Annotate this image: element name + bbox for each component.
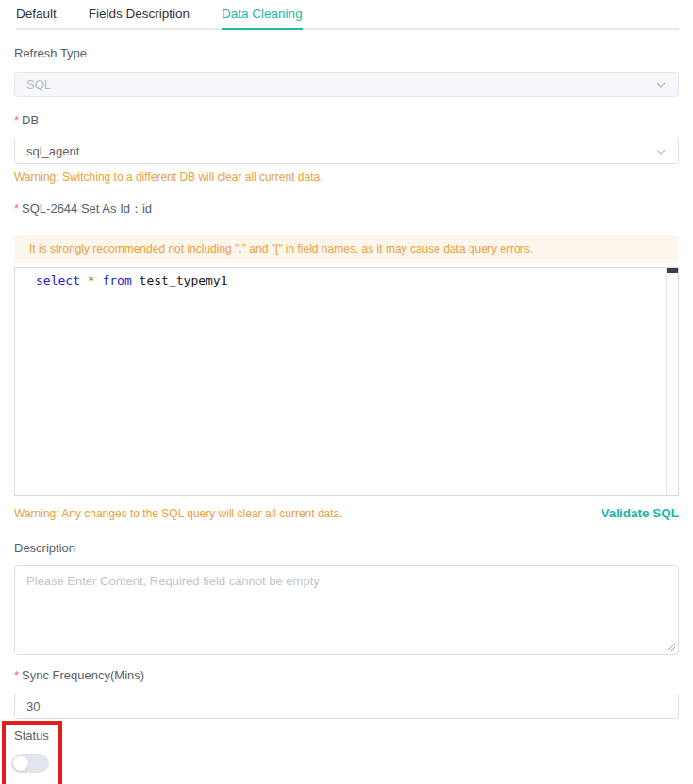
sql-footer: Warning: Any changes to the SQL query wi… xyxy=(14,506,679,520)
sql-token-keyword: from xyxy=(102,273,139,287)
tab-fields-description[interactable]: Fields Description xyxy=(89,7,190,28)
db-value: sql_agent xyxy=(26,144,655,158)
sql-editor[interactable]: select * from test_typemy1 xyxy=(14,267,679,496)
chevron-down-icon xyxy=(655,146,667,157)
sync-frequency-input[interactable] xyxy=(14,694,679,719)
tab-data-cleaning[interactable]: Data Cleaning xyxy=(222,7,303,28)
sql-warning-text: Warning: Any changes to the SQL query wi… xyxy=(14,507,343,520)
sql-alert-text: It is strongly recommended not including… xyxy=(29,242,533,255)
refresh-type-value: SQL xyxy=(26,77,655,91)
db-select[interactable]: sql_agent xyxy=(14,139,679,164)
chevron-down-icon xyxy=(655,79,667,90)
description-textarea[interactable] xyxy=(14,565,679,655)
tab-bar: Default Fields Description Data Cleaning xyxy=(16,0,679,30)
editor-scrollbar[interactable] xyxy=(666,268,678,495)
sql-code-line[interactable]: select * from test_typemy1 xyxy=(15,268,678,289)
sql-alert-banner: It is strongly recommended not including… xyxy=(14,235,679,263)
required-asterisk: * xyxy=(14,202,19,216)
validate-sql-button[interactable]: Validate SQL xyxy=(601,506,679,520)
status-label: Status xyxy=(14,728,58,743)
status-toggle-knob xyxy=(13,756,28,771)
status-annotation-box: Status xyxy=(2,721,62,784)
refresh-type-select[interactable]: SQL xyxy=(14,72,679,97)
sql-token-operator: * xyxy=(88,273,103,287)
db-warning-text: Warning: Switching to a different DB wil… xyxy=(14,171,679,184)
tab-default[interactable]: Default xyxy=(16,7,57,28)
editor-scrollbar-thumb[interactable] xyxy=(667,268,678,273)
description-field-wrap xyxy=(14,565,679,655)
required-asterisk: * xyxy=(14,668,19,682)
refresh-type-label: Refresh Type xyxy=(14,46,679,60)
form-page: Default Fields Description Data Cleaning… xyxy=(0,0,693,784)
sql-token-identifier: test_typemy1 xyxy=(140,273,228,287)
sql-token-keyword: select xyxy=(36,273,88,287)
sync-frequency-label: *Sync Frequency(Mins) xyxy=(14,668,679,682)
status-toggle[interactable] xyxy=(11,754,49,773)
db-label: *DB xyxy=(14,113,679,127)
description-label: Description xyxy=(14,541,679,555)
sql-label: *SQL-2644 Set As Id：id xyxy=(14,201,679,218)
required-asterisk: * xyxy=(14,113,19,127)
